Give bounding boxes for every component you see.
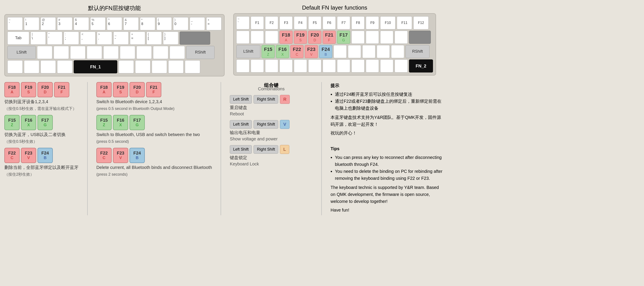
divider-3 [321,82,322,215]
fn-legend-cn: F18 A F19 S F20 D F21 F [4,82,78,177]
tips-cn-bullet-1: 通过F24断开蓝牙后可以按任意按键复连 [335,91,444,98]
right-row-2: F18A F19S F20D F21F F17G [236,31,433,44]
key-bracket-l: {[ [146,31,162,45]
tips-fun-en: Have fun! [330,207,444,214]
fn-group-1-sub-cn: （按住0.5秒生效，需在蓝牙输出模式下） [4,106,78,112]
combo-lshift-2: Left Shift [230,120,252,129]
right-row-1: ~` F1 F2 F3 F4 F5 F6 F7 F8 F9 F10 F11 F1… [236,16,433,29]
right-row-4: FN_2 [236,59,433,72]
key-backslash: |\ [30,31,46,45]
legend-f19: F19 S [21,82,36,97]
combo-1-row: Left Shift Right Shift R [230,95,313,104]
tips-cn-bullet-2: 通过F22或者F23删除键盘上的绑定后，重新绑定前需在电脑上也删除键盘设备 [335,98,444,112]
keyboards-row: 默认的FN层按键功能 ~` !1 @2 #3 $4 %5 ^6 &7 *8 (9… [4,4,640,76]
fn-group-3-desc-en: Delete current, all Bluetooth binds and … [96,164,212,170]
combo-2-cn: 输出电压和电量 [230,130,313,136]
key-delete [180,31,210,45]
rkey-r4-4 [280,59,292,72]
fn-group-2-keys: F15 Z F16 X F17 G [4,115,78,130]
combo-lshift-1: Left Shift [230,95,252,104]
fn-group-2-en: F15 Z F16 X F17 G Switch to Bluetooth, U… [96,115,212,144]
rkey-r3-7 [334,45,347,58]
key-tab: Tab [8,31,29,45]
rkey-f4: F4 [294,16,307,29]
key-a [37,46,52,59]
combo-2-row: Left Shift Right Shift V [230,120,313,129]
divider-2 [221,82,221,215]
rkey-f10: F10 [380,16,396,29]
rkey-f9: F9 [366,16,379,29]
rkey-r3-9 [362,45,376,58]
rkey-f23: F23V [305,45,318,58]
combo-3-cn: 键盘锁定 [230,155,313,161]
rkey-r4-12 [394,59,408,72]
rkey-r2-12 [394,31,408,44]
legend-f20-en: F20 D [130,82,145,97]
rkey-r4-9 [352,59,364,72]
key-i [170,46,185,59]
fn-group-3-keys: F22 C F23 V F24 B [4,148,78,163]
fn-legend-en: F18 A F19 S F20 D F21 F [96,82,212,177]
rkey-r2-11 [380,31,393,44]
key-minus2: _- [113,31,129,45]
tips-section: 提示 通过F24断开蓝牙后可以按任意按键复连 通过F22或者F23删除键盘上的绑… [330,82,444,215]
key-sp4 [135,60,150,73]
left-row-4: FN_1 [8,60,222,73]
combo-title-en: Combinations [230,86,313,91]
key-d [87,46,102,59]
key-minus: _- [190,17,205,30]
tips-bullets-cn: 通过F24断开蓝牙后可以按任意按键复连 通过F22或者F23删除键盘上的绑定后，… [335,91,444,112]
combo-v: V [280,120,289,129]
key-3: #3 [57,17,72,30]
legend-f18: F18 A [4,82,20,97]
rkey-rshift: RShift [406,45,430,58]
combo-rshift-2: Right Shift [254,120,278,129]
left-row-1: ~` !1 @2 #3 $4 %5 ^6 &7 *8 (9 )0 _- += [8,17,222,30]
rkey-f2: F2 [265,16,278,29]
rkey-f19: F19S [294,31,307,44]
rkey-r4-8 [337,59,350,72]
combo-1: Left Shift Right Shift R 重启键盘 Reboot [230,95,313,117]
fn-group-2-cn: F15 Z F16 X F17 G 切换为蓝牙，USB以及二者切换 （按住0.5… [4,115,78,144]
key-semicolon: :; [64,31,79,45]
combo-2: Left Shift Right Shift V 输出电压和电量 Show vo… [230,120,313,142]
combo-l: L [280,145,289,154]
key-ctrl-l [8,60,23,73]
left-keyboard-section: 默认的FN层按键功能 ~` !1 @2 #3 $4 %5 ^6 &7 *8 (9… [4,4,224,76]
tips-para-cn: 本蓝牙键盘技术支持为Y&R团队。基于QMK开发，固件源码开源，欢迎一起开发！ [330,114,444,128]
legend-f16-en: F16 X [113,115,128,130]
rkey-f1: F1 [251,16,264,29]
rkey-r3-11 [391,45,404,58]
combo-rshift-1: Right Shift [254,95,278,104]
legend-f23: F23 V [21,148,36,163]
page-container: 默认的FN层按键功能 ~` !1 @2 #3 $4 %5 ^6 &7 *8 (9… [4,4,640,215]
fn-group-3-cn: F22 C F23 V F24 B 删除当前，全部蓝牙绑定以及断开蓝牙 （按住2… [4,148,78,177]
rkey-f21: F21F [323,31,336,44]
rkey-f17: F17G [337,31,350,44]
combo-1-cn: 重启键盘 [230,105,313,111]
legend-f21-en: F21 F [146,82,161,97]
rkey-f20: F20D [308,31,321,44]
rkey-r3-8 [348,45,361,58]
divider-1 [87,82,88,215]
rkey-r4-5 [294,59,307,72]
fn-group-3-en-keys: F22 C F23 V F24 B [96,148,212,163]
rkey-r4-6 [308,59,321,72]
key-rshift: RShift [186,46,214,59]
key-period: >. [97,31,112,45]
combo-3-row: Left Shift Right Shift L [230,145,313,154]
left-row-2: Tab |\ "' :; <, >. _- += {[ }] [8,31,222,45]
rkey-tilde: ~` [236,16,250,29]
key-g [136,46,152,59]
rkey-f8: F8 [352,16,364,29]
rkey-f11: F11 [397,16,412,29]
key-0: )0 [173,17,188,30]
key-tilde: ~` [8,17,23,30]
tips-title-en: Tips [330,145,444,152]
key-sp1 [40,60,56,73]
rkey-r2-3 [265,31,278,44]
fn-group-1-keys: F18 A F19 S F20 D F21 F [4,82,78,97]
bottom-section: F18 A F19 S F20 D F21 F [4,82,640,215]
rkey-f3: F3 [280,16,292,29]
rkey-r4-7 [323,59,336,72]
